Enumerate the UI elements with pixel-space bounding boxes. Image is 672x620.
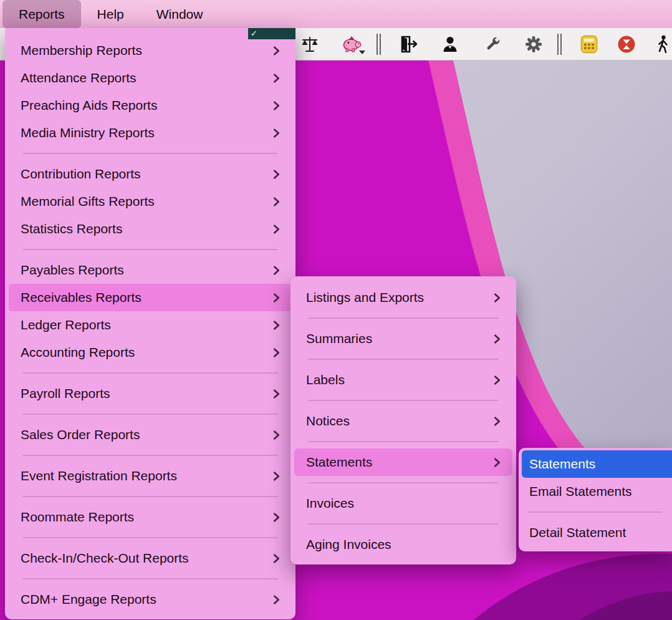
- menu-item-label: Payroll Reports: [21, 386, 273, 401]
- menu-item-notices[interactable]: Notices: [294, 407, 512, 435]
- menu-item-email-statements[interactable]: Email Statements: [522, 478, 672, 505]
- menu-separator: [308, 317, 499, 319]
- submenu-chevron-icon: [494, 293, 501, 303]
- menu-item-contribution-reports[interactable]: Contribution Reports: [9, 160, 292, 188]
- menu-item-label: Contribution Reports: [21, 167, 273, 182]
- menubar-item-reports[interactable]: Reports: [2, 0, 81, 28]
- submenu-chevron-icon: [273, 553, 280, 564]
- menu-item-roommate-reports[interactable]: Roommate Reports: [9, 503, 292, 531]
- menu-item-listings-and-exports[interactable]: Listings and Exports: [294, 284, 512, 311]
- menu-item-check-in-check-out-reports[interactable]: Check-In/Check-Out Reports: [9, 545, 292, 572]
- submenu-chevron-icon: [273, 196, 280, 207]
- menu-item-label: Check-In/Check-Out Reports: [21, 551, 273, 566]
- submenu-chevron-icon: [273, 293, 280, 303]
- menu-item-label: Aging Invoices: [306, 537, 501, 552]
- menu-item-label: CDM+ Engage Reports: [21, 592, 273, 607]
- menu-separator: [22, 372, 278, 374]
- menu-item-label: Roommate Reports: [21, 510, 273, 525]
- menu-separator: [22, 249, 278, 250]
- receivables-submenu: Listings and Exports Summaries Labels No…: [290, 276, 516, 564]
- menu-item-payables-reports[interactable]: Payables Reports: [9, 256, 292, 284]
- walking-person-icon: [653, 34, 672, 54]
- menu-item-event-registration-reports[interactable]: Event Registration Reports: [9, 462, 292, 490]
- menu-item-statements-report[interactable]: Statements: [522, 450, 672, 478]
- gear-toolbar-button[interactable]: [520, 32, 547, 56]
- menu-item-summaries[interactable]: Summaries: [294, 325, 512, 352]
- menu-item-aging-invoices[interactable]: Aging Invoices: [294, 531, 512, 558]
- submenu-chevron-icon: [273, 169, 280, 180]
- menubar-item-label: Reports: [19, 7, 65, 22]
- menu-separator: [529, 511, 662, 513]
- menu-item-label: Invoices: [306, 496, 501, 511]
- menu-item-statistics-reports[interactable]: Statistics Reports: [9, 215, 292, 243]
- menu-item-receivables-reports[interactable]: Receivables Reports: [9, 284, 292, 311]
- person-toolbar-button[interactable]: [436, 32, 464, 56]
- menu-separator: [22, 496, 278, 497]
- menu-item-label: Detail Statement: [529, 525, 665, 540]
- menu-separator: [308, 359, 499, 360]
- menu-separator: [22, 578, 278, 579]
- menu-item-label: Summaries: [306, 331, 494, 346]
- hourglass-toolbar-button[interactable]: [613, 32, 640, 56]
- menu-separator: [22, 414, 278, 415]
- hourglass-icon: [617, 34, 636, 54]
- menu-item-label: Membership Reports: [21, 43, 273, 58]
- menu-item-sales-order-reports[interactable]: Sales Order Reports: [9, 421, 292, 448]
- menu-item-label: Notices: [306, 414, 494, 429]
- menubar-item-label: Help: [97, 7, 124, 22]
- sign-out-icon: [399, 34, 419, 54]
- scales-icon: [300, 34, 320, 54]
- menu-item-accounting-reports[interactable]: Accounting Reports: [9, 339, 292, 366]
- menubar-item-window[interactable]: Window: [140, 0, 219, 28]
- gear-icon: [524, 34, 544, 54]
- menu-item-statements[interactable]: Statements: [294, 448, 512, 476]
- submenu-chevron-icon: [273, 73, 280, 84]
- menu-item-label: Statements: [306, 455, 494, 470]
- menu-item-invoices[interactable]: Invoices: [294, 490, 512, 517]
- menu-item-label: Labels: [306, 372, 494, 387]
- sign-out-toolbar-button[interactable]: [395, 32, 423, 56]
- menu-item-label: Preaching Aids Reports: [21, 98, 273, 113]
- menu-item-label: Event Registration Reports: [21, 468, 273, 483]
- menu-separator: [308, 523, 499, 525]
- walking-person-toolbar-button[interactable]: [649, 32, 672, 56]
- toolbar-separator: [557, 34, 562, 55]
- menu-item-labels[interactable]: Labels: [294, 366, 512, 394]
- menu-item-preaching-aids-reports[interactable]: Preaching Aids Reports: [9, 92, 292, 119]
- submenu-chevron-icon: [273, 128, 280, 138]
- dropdown-caret-icon: [359, 51, 365, 54]
- menu-item-membership-reports[interactable]: Membership Reports: [9, 37, 292, 64]
- piggy-bank-toolbar-button[interactable]: [338, 32, 366, 56]
- menu-item-label: Media Ministry Reports: [21, 125, 273, 140]
- menu-item-cdm-engage-reports[interactable]: CDM+ Engage Reports: [9, 586, 292, 613]
- menu-item-label: Payables Reports: [21, 263, 273, 278]
- menu-item-attendance-reports[interactable]: Attendance Reports: [9, 64, 292, 92]
- menu-item-detail-statement[interactable]: Detail Statement: [522, 519, 672, 546]
- menubar-item-help[interactable]: Help: [81, 0, 140, 28]
- menu-separator: [308, 482, 499, 483]
- menu-item-label: Statements: [529, 457, 665, 472]
- wrench-icon: [482, 34, 502, 54]
- submenu-chevron-icon: [273, 471, 280, 482]
- menu-item-ledger-reports[interactable]: Ledger Reports: [9, 311, 292, 339]
- menu-item-label: Email Statements: [529, 484, 665, 499]
- submenu-chevron-icon: [273, 320, 280, 331]
- menubar: Reports Help Window: [0, 0, 672, 28]
- statements-submenu: Statements Email Statements Detail State…: [519, 448, 672, 551]
- submenu-chevron-icon: [494, 416, 501, 427]
- menu-item-label: Ledger Reports: [21, 317, 273, 332]
- window-titlebar-fragment: ✓: [248, 28, 295, 39]
- submenu-chevron-icon: [273, 46, 280, 56]
- calculator-toolbar-button[interactable]: [575, 32, 603, 56]
- submenu-chevron-icon: [273, 430, 280, 440]
- menu-item-memorial-gifts-reports[interactable]: Memorial Gifts Reports: [9, 188, 292, 215]
- screen: ✓ Reports Help Window Membership Reports…: [0, 0, 672, 620]
- submenu-chevron-icon: [273, 265, 280, 276]
- menu-item-media-ministry-reports[interactable]: Media Ministry Reports: [9, 119, 292, 147]
- scales-toolbar-button[interactable]: [296, 32, 324, 56]
- wrench-toolbar-button[interactable]: [479, 32, 506, 56]
- submenu-chevron-icon: [273, 224, 280, 235]
- menu-item-label: Receivables Reports: [21, 290, 273, 305]
- submenu-chevron-icon: [494, 375, 501, 385]
- menu-item-payroll-reports[interactable]: Payroll Reports: [9, 380, 292, 407]
